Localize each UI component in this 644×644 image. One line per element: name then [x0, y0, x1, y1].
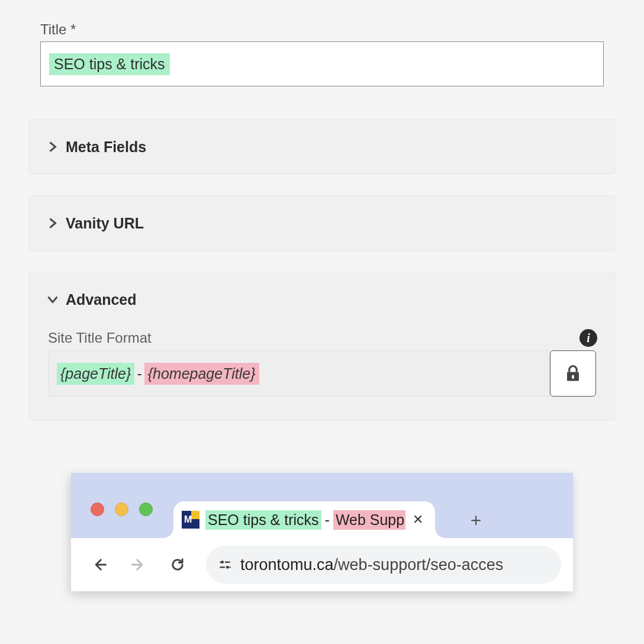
site-title-format-input: {pageTitle} - {homepageTitle}: [48, 350, 550, 397]
accordion-meta-fields[interactable]: Meta Fields: [28, 119, 616, 175]
accordion-advanced: Advanced Site Title Format i {pageTitle}…: [28, 272, 616, 421]
window-controls: [91, 503, 153, 516]
url-text: torontomu.ca/web-support/seo-acces: [240, 556, 503, 574]
new-tab-button[interactable]: ＋: [466, 510, 486, 530]
svg-rect-3: [225, 562, 230, 563]
browser-tab[interactable]: M SEO tips & tricks - Web Supp ✕: [173, 501, 435, 538]
reload-icon: [169, 556, 186, 573]
title-input[interactable]: SEO tips & tricks: [40, 41, 604, 86]
chevron-down-icon: [47, 294, 59, 305]
svg-rect-7: [230, 566, 231, 568]
forward-button[interactable]: [122, 548, 155, 581]
accordion-advanced-header[interactable]: Advanced: [29, 272, 615, 327]
svg-rect-6: [220, 566, 225, 568]
svg-point-5: [226, 566, 229, 569]
info-icon[interactable]: i: [579, 329, 597, 347]
accordion-label: Meta Fields: [66, 139, 146, 156]
token-separator: -: [134, 365, 144, 382]
token-page-title: {pageTitle}: [57, 363, 134, 385]
favicon-icon: M: [182, 511, 199, 529]
svg-rect-1: [572, 375, 574, 379]
lock-icon: [565, 365, 581, 382]
arrow-left-icon: [91, 556, 108, 573]
chevron-right-icon: [47, 217, 59, 229]
chevron-right-icon: [47, 141, 59, 153]
accordion-label: Advanced: [66, 291, 136, 308]
close-window-icon[interactable]: [91, 503, 104, 516]
lock-button[interactable]: [550, 350, 596, 397]
token-homepage-title: {homepageTitle}: [144, 363, 259, 385]
address-bar[interactable]: torontomu.ca/web-support/seo-acces: [206, 546, 561, 584]
maximize-window-icon[interactable]: [139, 503, 153, 516]
svg-point-2: [221, 561, 224, 564]
accordion-vanity-url[interactable]: Vanity URL: [28, 195, 616, 251]
svg-rect-4: [220, 562, 221, 563]
browser-preview: M SEO tips & tricks - Web Supp ✕ ＋: [71, 473, 573, 591]
minimize-window-icon[interactable]: [115, 503, 128, 516]
title-label: Title *: [40, 21, 616, 38]
reload-button[interactable]: [161, 548, 194, 581]
accordion-label: Vanity URL: [66, 215, 144, 232]
title-input-value: SEO tips & tricks: [49, 53, 170, 75]
arrow-right-icon: [130, 556, 147, 573]
site-title-format-label: Site Title Format: [48, 330, 152, 346]
tab-title: SEO tips & tricks - Web Supp: [205, 510, 405, 530]
close-tab-icon[interactable]: ✕: [413, 512, 423, 527]
site-settings-icon[interactable]: [217, 556, 233, 573]
back-button[interactable]: [83, 548, 116, 581]
